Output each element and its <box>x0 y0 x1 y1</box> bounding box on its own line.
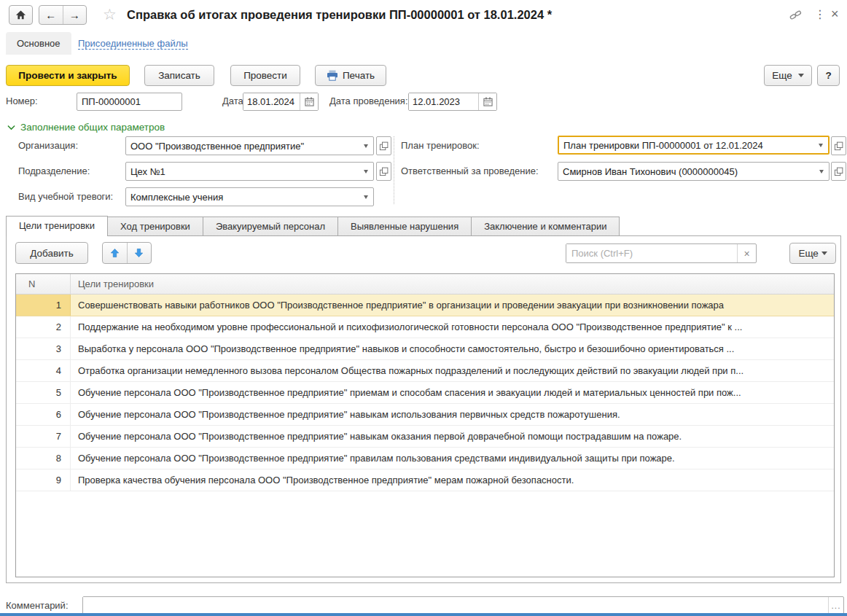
column-header-goals: Цели тренировки <box>71 274 834 294</box>
more-button[interactable]: Еще <box>764 65 812 86</box>
calendar-icon[interactable] <box>300 93 318 110</box>
back-button[interactable]: ← <box>39 6 63 24</box>
dropdown-icon[interactable] <box>813 137 828 153</box>
tab-main[interactable]: Основное <box>6 32 71 55</box>
more-label: Еще <box>772 70 792 81</box>
row-goal-text: Обучение персонала ООО "Производственное… <box>71 448 834 469</box>
search-box: × <box>566 243 757 263</box>
comment-fieldbox: ... <box>82 596 844 615</box>
move-down-button[interactable] <box>128 243 152 263</box>
help-button[interactable]: ? <box>817 65 840 86</box>
organization-value: ООО "Производственное предприятие" <box>126 141 358 152</box>
column-header-n: N <box>16 274 71 294</box>
table-row[interactable]: 8Обучение персонала ООО "Производственно… <box>16 448 834 469</box>
app-window: ← → ☆ Справка об итогах проведения трени… <box>0 0 847 616</box>
row-goal-text: Совершенствовать навыки работников ООО "… <box>71 295 834 316</box>
table-row[interactable]: 1Совершенствовать навыки работников ООО … <box>16 295 834 316</box>
row-number: 4 <box>16 360 71 381</box>
move-buttons-group <box>102 242 152 264</box>
column-separator <box>394 136 394 204</box>
department-label: Подразделение: <box>18 165 90 176</box>
organization-field[interactable]: ООО "Производственное предприятие" <box>125 136 374 155</box>
number-field[interactable] <box>77 93 182 111</box>
forward-icon: → <box>69 9 80 21</box>
arrow-down-icon <box>134 248 144 258</box>
row-goal-text: Отработка организации немедленного вызов… <box>71 360 834 381</box>
common-params-section-header[interactable]: Заполнение общих параметров <box>7 122 165 133</box>
more-vertical-icon[interactable]: ⋮ <box>814 7 826 21</box>
event-date-field[interactable] <box>409 93 478 110</box>
comment-more-button[interactable]: ... <box>828 597 843 614</box>
row-goal-text: Обучение персонала ООО "Производственное… <box>71 382 834 403</box>
tab-attached-files-link[interactable]: Присоединенные файлы <box>78 38 188 50</box>
table-row[interactable]: 3Выработка у персонала ООО "Производстве… <box>16 338 834 360</box>
add-row-button[interactable]: Добавить <box>15 242 88 264</box>
number-label: Номер: <box>6 95 38 106</box>
clear-search-icon[interactable]: × <box>737 244 756 262</box>
search-input[interactable] <box>566 244 737 262</box>
printer-icon <box>327 70 338 81</box>
home-button[interactable] <box>9 5 33 25</box>
date-fieldbox <box>243 93 319 111</box>
save-button[interactable]: Записать <box>144 65 214 86</box>
section-title: Заполнение общих параметров <box>20 122 165 133</box>
detail-tab-3[interactable]: Выявленные нарушения <box>337 217 472 236</box>
goals-table-body: 1Совершенствовать навыки работников ООО … <box>16 295 834 491</box>
row-goal-text: Проверка качества обучения персонала ООО… <box>71 469 834 491</box>
department-field[interactable]: Цех №1 <box>125 162 374 181</box>
dropdown-icon[interactable] <box>813 163 829 180</box>
table-row[interactable]: 5Обучение персонала ООО "Производственно… <box>16 382 834 404</box>
training-plan-value: План тренировки ПП-00000001 от 12.01.202… <box>559 140 813 151</box>
bottom-edge-bar <box>0 613 847 616</box>
training-plan-label: План тренировок: <box>401 140 480 151</box>
row-number: 7 <box>16 426 71 447</box>
department-value: Цех №1 <box>126 166 358 177</box>
favorite-star-icon[interactable]: ☆ <box>103 6 117 23</box>
row-number: 6 <box>16 404 71 425</box>
row-number: 3 <box>16 338 71 359</box>
event-date-label: Дата проведения: <box>329 95 408 106</box>
comment-input[interactable] <box>83 597 828 614</box>
detail-tab-4[interactable]: Заключение и комментарии <box>471 217 620 236</box>
table-row[interactable]: 6Обучение персонала ООО "Производственно… <box>16 404 834 426</box>
alarm-type-value: Комплексные учения <box>126 192 358 203</box>
organization-open-button[interactable] <box>376 136 391 155</box>
detail-tab-strip: Цели тренировкиХод тренировкиЭвакуируемы… <box>6 216 619 236</box>
responsible-field[interactable]: Смирнов Иван Тихонович (0000000045) <box>558 162 830 181</box>
table-header: N Цели тренировки <box>16 274 834 295</box>
table-more-button[interactable]: Еще <box>789 243 836 264</box>
responsible-open-button[interactable] <box>831 162 846 181</box>
forward-button[interactable]: → <box>63 6 87 24</box>
dropdown-icon[interactable] <box>358 137 373 155</box>
row-goal-text: Обучение персонала ООО "Производственное… <box>71 426 834 447</box>
print-button[interactable]: Печать <box>315 65 386 86</box>
department-open-button[interactable] <box>376 162 391 181</box>
table-row[interactable]: 7Обучение персонала ООО "Производственно… <box>16 426 834 448</box>
training-plan-open-button[interactable] <box>831 136 846 155</box>
open-icon <box>379 167 389 176</box>
detail-tab-1[interactable]: Ход тренировки <box>107 217 203 236</box>
post-button[interactable]: Провести <box>230 65 300 86</box>
detail-tab-2[interactable]: Эвакуируемый персонал <box>203 217 338 236</box>
calendar-icon[interactable] <box>478 93 496 110</box>
row-goal-text: Выработка у персонала ООО "Производствен… <box>71 338 834 359</box>
table-row[interactable]: 2Поддержание на необходимом уровне профе… <box>16 316 834 338</box>
date-field[interactable] <box>243 93 300 110</box>
post-and-close-button[interactable]: Провести и закрыть <box>6 65 130 86</box>
table-row[interactable]: 4Отработка организации немедленного вызо… <box>16 360 834 382</box>
close-icon[interactable]: × <box>831 7 839 22</box>
detail-tab-0[interactable]: Цели тренировки <box>6 216 108 236</box>
open-icon <box>379 141 389 151</box>
get-link-icon[interactable] <box>789 9 802 23</box>
table-row[interactable]: 9Проверка качества обучения персонала ОО… <box>16 469 834 491</box>
dropdown-icon[interactable] <box>358 163 373 180</box>
row-number: 9 <box>16 469 71 491</box>
alarm-type-field[interactable]: Комплексные учения <box>125 187 374 206</box>
dropdown-icon[interactable] <box>358 188 373 206</box>
training-plan-field[interactable]: План тренировки ПП-00000001 от 12.01.202… <box>558 136 830 155</box>
chevron-down-icon <box>7 125 15 130</box>
responsible-value: Смирнов Иван Тихонович (0000000045) <box>558 166 813 177</box>
move-up-button[interactable] <box>103 243 128 263</box>
goals-tab-panel: Добавить × Еще N Цели тренировки 1Соверш… <box>6 235 841 583</box>
chevron-down-icon <box>798 74 804 77</box>
